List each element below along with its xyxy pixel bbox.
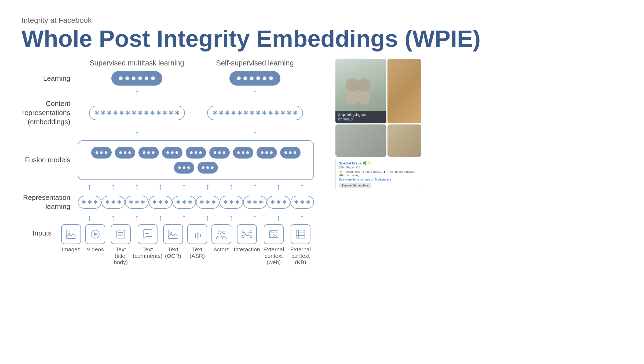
learning-label: Learning [21, 74, 78, 83]
svg-point-22 [242, 236, 244, 238]
self-supervised-output-pill [229, 71, 280, 86]
ext-web-label: Externalcontext(web) [263, 246, 284, 266]
input-text-title: Text(title, body) [107, 224, 134, 266]
svg-point-1 [68, 232, 70, 234]
text-title-label: Text(title, body) [107, 246, 134, 266]
self-supervised-embed: ✱✱ ✱✱ ✱✱ ✱✱ ✱✱ ✱✱ ✱✱ [207, 106, 303, 120]
self-supervised-label: Self-supervised learning [216, 59, 294, 67]
svg-marker-3 [94, 233, 98, 236]
arr-r-5: ↑ [206, 213, 210, 223]
supervised-label: Supervised multitask learning [90, 59, 184, 67]
arr-r-1: ↑ [111, 213, 115, 223]
inputs-label: Inputs [21, 224, 59, 237]
arr-f-8: ↑ [276, 182, 281, 192]
svg-point-23 [250, 236, 252, 238]
input-images: Images [59, 224, 83, 253]
svg-line-24 [244, 232, 246, 233]
svg-rect-0 [66, 230, 76, 238]
slide: Integrity at Facebook Whole Post Integri… [0, 0, 644, 364]
interaction-label: Interaction [234, 246, 260, 253]
text-title-icon [111, 224, 131, 244]
arr-f-3: ↑ [158, 182, 163, 192]
svg-point-19 [246, 233, 248, 236]
arr-f-2: ↑ [135, 182, 139, 192]
title: Whole Post Integrity Embeddings (WPIE) [21, 26, 623, 51]
arr-r-2: ↑ [135, 213, 139, 223]
arr-r-8: ↑ [276, 213, 281, 223]
content-rep-label: Contentrepresentations(embeddings) [21, 99, 78, 126]
fb-card-title: Special Frank 🌿✨ [339, 161, 418, 165]
input-interaction: Interaction [233, 224, 260, 253]
fb-main-image: 2 zips left going fast fit meup [335, 59, 386, 123]
rep-pill-9: ✱✱✱ [290, 196, 314, 209]
svg-point-11 [170, 232, 172, 234]
fb-bottom-mid-image [335, 124, 386, 157]
rep-pill-6: ✱✱✱ [219, 196, 243, 209]
fb-card-rating: ⭐ Recommend · Small 3.5g $10 ⬆ · Yes i d… [339, 170, 418, 177]
arr-r-0: ↑ [87, 213, 92, 223]
text-asr-icon [187, 224, 207, 244]
main-diagram: Supervised multitask learning Self-super… [21, 59, 314, 267]
fb-card-action: See more items for sale on Marketplace [339, 178, 418, 181]
arrow-content-supervised: ↑ [135, 128, 139, 139]
arrow-learning-self: ↑ [253, 87, 257, 98]
text-ocr-label: Text(OCR) [165, 246, 181, 259]
fb-bottom-right-image [387, 124, 421, 157]
fusion-box [78, 140, 314, 180]
input-actors: Actors [209, 224, 233, 253]
input-ext-kb: Externalcontext(KB) [287, 224, 314, 266]
right-panel: 2 zips left going fast fit meup Special … [335, 59, 421, 191]
arr-f-4: ↑ [182, 182, 186, 192]
svg-point-17 [218, 231, 221, 234]
images-icon [61, 224, 81, 244]
text-asr-label: Text(ASR) [189, 246, 205, 259]
arr-f-6: ↑ [229, 182, 233, 192]
svg-line-27 [248, 235, 250, 236]
arrow-learning-supervised: ↑ [135, 87, 139, 98]
videos-label: Videos [87, 246, 104, 253]
rep-pill-7: ✱✱✱ [243, 196, 267, 209]
arr-f-9: ↑ [300, 182, 304, 192]
arr-r-6: ↑ [229, 213, 233, 223]
rep-pill-4: ✱✱✱ [172, 196, 196, 209]
fb-card: Special Frank 🌿✨ $10 · Placer, CA ⭐ Reco… [335, 158, 421, 191]
svg-rect-10 [168, 230, 178, 238]
subtitle: Integrity at Facebook [21, 16, 623, 25]
arr-r-3: ↑ [158, 213, 163, 223]
videos-icon [85, 224, 105, 244]
fusion-label: Fusion models [21, 156, 78, 164]
ext-kb-label: Externalcontext(KB) [290, 246, 311, 266]
rep-learning-label: Representationlearning [21, 193, 78, 211]
images-label: Images [62, 246, 80, 253]
rep-pill-0: ✱✱✱ [78, 196, 101, 209]
arr-f-0: ↑ [87, 182, 92, 192]
arr-f-7: ↑ [253, 182, 257, 192]
text-ocr-icon [163, 224, 183, 244]
fb-card-location: $10 · Placer, CA [339, 166, 418, 169]
arr-f-5: ↑ [206, 182, 210, 192]
rep-pill-1: ✱✱✱ [101, 196, 125, 209]
svg-line-25 [248, 232, 250, 233]
supervised-embed: ✱✱ ✱✱ ✱✱ ✱✱ ✱✱ ✱✱ ✱✱ [89, 106, 185, 120]
svg-point-18 [222, 231, 225, 234]
ext-web-icon [264, 224, 284, 244]
text-comments-label: Text(comments) [133, 246, 163, 259]
arr-r-7: ↑ [253, 213, 257, 223]
svg-point-20 [242, 231, 244, 233]
svg-rect-31 [296, 230, 305, 238]
ext-kb-icon [291, 224, 310, 244]
supervised-output-pill [111, 71, 162, 86]
arrow-content-self: ↑ [253, 128, 257, 139]
input-videos: Videos [83, 224, 107, 253]
actors-icon [211, 224, 231, 244]
svg-line-26 [244, 235, 246, 236]
rep-pill-5: ✱✱✱ [196, 196, 219, 209]
arr-r-4: ↑ [182, 213, 186, 223]
input-ext-web: Externalcontext(web) [260, 224, 287, 266]
arr-r-9: ↑ [300, 213, 304, 223]
svg-rect-28 [269, 231, 278, 238]
text-comments-icon [138, 224, 158, 244]
actors-label: Actors [213, 246, 229, 253]
interaction-icon [237, 224, 257, 244]
arr-f-1: ↑ [111, 182, 115, 192]
